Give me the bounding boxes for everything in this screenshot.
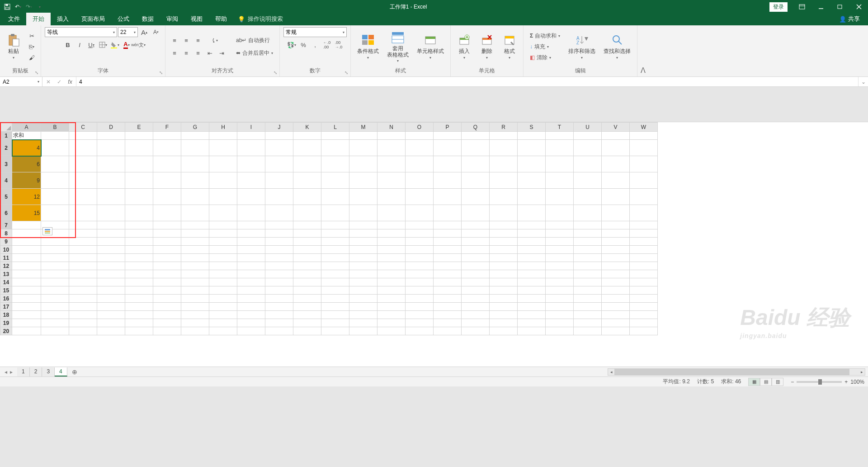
cell-O6[interactable]	[406, 205, 434, 221]
enter-formula-icon[interactable]: ✓	[55, 79, 63, 85]
cell-H16[interactable]	[209, 295, 237, 303]
cell-Q3[interactable]	[462, 156, 490, 172]
cell-G7[interactable]	[181, 221, 209, 229]
cell-V5[interactable]	[602, 189, 630, 205]
cell-S5[interactable]	[518, 189, 546, 205]
cell-L6[interactable]	[321, 205, 349, 221]
cell-F20[interactable]	[153, 327, 181, 335]
cell-O14[interactable]	[406, 278, 434, 286]
cell-V17[interactable]	[602, 303, 630, 311]
cell-Q1[interactable]	[462, 132, 490, 140]
cell-I12[interactable]	[237, 262, 265, 270]
cell-W4[interactable]	[630, 172, 658, 189]
cell-S15[interactable]	[518, 286, 546, 295]
increase-font-icon[interactable]: A▴	[139, 27, 150, 37]
cell-O5[interactable]	[406, 189, 434, 205]
cell-N1[interactable]	[377, 132, 406, 140]
cell-O18[interactable]	[406, 311, 434, 319]
cell-W2[interactable]	[630, 140, 658, 156]
cell-H12[interactable]	[209, 262, 237, 270]
cell-G1[interactable]	[181, 132, 209, 140]
cell-R13[interactable]	[490, 270, 518, 278]
cell-W15[interactable]	[630, 286, 658, 295]
cell-R7[interactable]	[490, 221, 518, 229]
cell-L2[interactable]	[321, 140, 349, 156]
cell-B13[interactable]	[41, 270, 69, 278]
cell-L5[interactable]	[321, 189, 349, 205]
cell-V15[interactable]	[602, 286, 630, 295]
cell-H2[interactable]	[209, 140, 237, 156]
cell-F13[interactable]	[153, 270, 181, 278]
cell-N11[interactable]	[377, 254, 406, 262]
cell-V18[interactable]	[602, 311, 630, 319]
cell-P13[interactable]	[434, 270, 462, 278]
cell-H14[interactable]	[209, 278, 237, 286]
cell-D1[interactable]	[97, 132, 125, 140]
cell-A3[interactable]: 6	[12, 156, 41, 172]
cell-D17[interactable]	[97, 303, 125, 311]
cell-C9[interactable]	[69, 238, 97, 246]
cell-A12[interactable]	[12, 262, 41, 270]
cell-L11[interactable]	[321, 254, 349, 262]
redo-icon[interactable]: ↷▾	[25, 3, 33, 10]
cell-H3[interactable]	[209, 156, 237, 172]
col-header-Q[interactable]: Q	[462, 123, 490, 132]
page-layout-view-icon[interactable]: ▤	[760, 378, 772, 386]
cell-D7[interactable]	[97, 221, 125, 229]
decrease-font-icon[interactable]: A▾	[151, 27, 161, 37]
cell-D6[interactable]	[97, 205, 125, 221]
cell-A11[interactable]	[12, 254, 41, 262]
cell-M13[interactable]	[349, 270, 377, 278]
autosum-button[interactable]: Σ自动求和▾	[527, 31, 563, 41]
cell-S19[interactable]	[518, 319, 546, 327]
cell-S8[interactable]	[518, 229, 546, 238]
cell-V16[interactable]	[602, 295, 630, 303]
col-header-D[interactable]: D	[97, 123, 125, 132]
cell-G19[interactable]	[181, 319, 209, 327]
minimize-icon[interactable]	[812, 0, 830, 14]
cell-U20[interactable]	[574, 327, 602, 335]
cell-F5[interactable]	[153, 189, 181, 205]
cell-L10[interactable]	[321, 246, 349, 254]
cell-R14[interactable]	[490, 278, 518, 286]
zoom-out-icon[interactable]: −	[791, 379, 794, 385]
cell-O8[interactable]	[406, 229, 434, 238]
cell-N5[interactable]	[377, 189, 406, 205]
phonetic-icon[interactable]: wén文▾	[133, 40, 144, 50]
cell-J2[interactable]	[265, 140, 293, 156]
cell-J10[interactable]	[265, 246, 293, 254]
cell-I8[interactable]	[237, 229, 265, 238]
cell-J7[interactable]	[265, 221, 293, 229]
cell-A2[interactable]: 4	[12, 140, 41, 156]
row-header-11[interactable]: 11	[0, 254, 12, 262]
accounting-icon[interactable]: 💱▾	[286, 40, 297, 50]
cell-O11[interactable]	[406, 254, 434, 262]
cell-Q14[interactable]	[462, 278, 490, 286]
cell-O10[interactable]	[406, 246, 434, 254]
cell-Q7[interactable]	[462, 221, 490, 229]
cell-R9[interactable]	[490, 238, 518, 246]
cell-H7[interactable]	[209, 221, 237, 229]
cell-I11[interactable]	[237, 254, 265, 262]
cell-D20[interactable]	[97, 327, 125, 335]
align-bottom-icon[interactable]: ≡	[193, 35, 203, 45]
cell-P12[interactable]	[434, 262, 462, 270]
cell-D3[interactable]	[97, 156, 125, 172]
cell-L9[interactable]	[321, 238, 349, 246]
underline-button[interactable]: U▾	[86, 40, 97, 50]
cell-E8[interactable]	[125, 229, 153, 238]
cell-I4[interactable]	[237, 172, 265, 189]
col-header-P[interactable]: P	[434, 123, 462, 132]
cell-U12[interactable]	[574, 262, 602, 270]
cell-M6[interactable]	[349, 205, 377, 221]
cell-U10[interactable]	[574, 246, 602, 254]
cell-R4[interactable]	[490, 172, 518, 189]
cell-H8[interactable]	[209, 229, 237, 238]
zoom-in-icon[interactable]: +	[844, 379, 848, 385]
tab-插入[interactable]: 插入	[51, 13, 75, 25]
cell-W17[interactable]	[630, 303, 658, 311]
cell-I3[interactable]	[237, 156, 265, 172]
cell-R1[interactable]	[490, 132, 518, 140]
cell-P6[interactable]	[434, 205, 462, 221]
cell-U18[interactable]	[574, 311, 602, 319]
